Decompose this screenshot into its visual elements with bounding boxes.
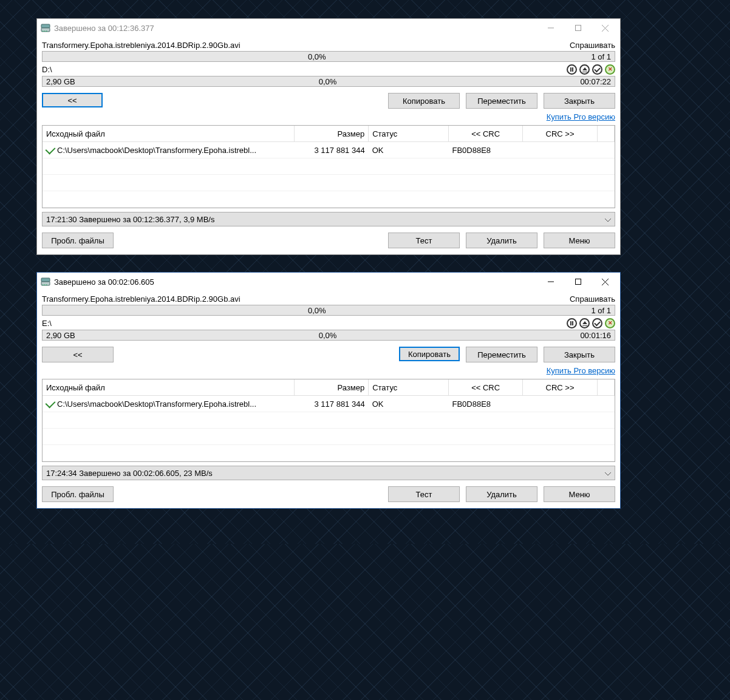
eject-icon[interactable]	[579, 318, 590, 328]
destination-label: D:\	[42, 65, 567, 74]
menu-button[interactable]: Меню	[544, 233, 615, 248]
col-crc-in[interactable]: << CRC	[448, 126, 522, 142]
file-progress: 0,0% 1 of 1	[42, 305, 615, 316]
col-crc-out[interactable]: CRC >>	[523, 379, 597, 396]
test-button[interactable]: Тест	[388, 486, 460, 502]
file-percent: 0,0%	[43, 306, 591, 315]
chevron-down-icon	[605, 215, 611, 224]
eject-icon[interactable]	[579, 64, 590, 75]
svg-rect-0	[41, 24, 50, 28]
svg-rect-6	[41, 278, 50, 282]
ask-label[interactable]: Спрашивать	[570, 294, 615, 304]
problem-files-button[interactable]: Пробл. файлы	[42, 486, 114, 502]
app-icon	[41, 23, 50, 33]
buy-pro-link[interactable]: Купить Pro версию	[42, 112, 615, 121]
row-crc-out	[523, 396, 597, 412]
dest-progress: 2,90 GB 0,0% 00:01:16	[42, 330, 615, 341]
file-grid[interactable]: Исходный файл Размер Статус << CRC CRC >…	[42, 125, 615, 208]
window-title: Завершено за 00:12:36.377	[54, 24, 537, 33]
size-label: 2,90 GB	[43, 77, 75, 86]
status-dropdown[interactable]: 17:24:34 Завершено за 00:02:06.605, 23 M…	[42, 466, 615, 480]
col-status[interactable]: Статус	[369, 379, 449, 396]
col-status[interactable]: Статус	[369, 126, 449, 142]
app-icon	[41, 277, 50, 287]
file-grid[interactable]: Исходный файл Размер Статус << CRC CRC >…	[42, 379, 615, 462]
col-size[interactable]: Размер	[294, 126, 368, 142]
cancel-icon[interactable]	[605, 64, 615, 75]
menu-button[interactable]: Меню	[544, 486, 615, 502]
file-percent: 0,0%	[43, 52, 591, 61]
buy-pro-link[interactable]: Купить Pro версию	[42, 366, 615, 375]
app-window: Завершено за 00:12:36.377 Transformery.E…	[36, 18, 621, 255]
back-button[interactable]: <<	[42, 93, 103, 107]
file-counter: 1 of 1	[591, 52, 615, 61]
maximize-button[interactable]	[564, 273, 592, 290]
copy-button[interactable]: Копировать	[399, 347, 460, 361]
row-size: 3 117 881 344	[294, 142, 368, 158]
table-row[interactable]: C:\Users\macbook\Desktop\Transformery.Ep…	[43, 142, 615, 158]
problem-files-button[interactable]: Пробл. файлы	[42, 233, 114, 248]
check-icon	[46, 144, 56, 154]
app-window: Завершено за 00:02:06.605 Transformery.E…	[36, 272, 621, 509]
row-path: C:\Users\macbook\Desktop\Transformery.Ep…	[57, 146, 256, 155]
window-title: Завершено за 00:02:06.605	[54, 277, 537, 287]
minimize-button[interactable]	[537, 19, 564, 36]
maximize-button[interactable]	[564, 19, 592, 36]
close-button[interactable]: Закрыть	[544, 93, 615, 109]
close-window-button[interactable]	[592, 273, 619, 290]
check-icon	[46, 398, 56, 408]
ask-label[interactable]: Спрашивать	[570, 41, 615, 50]
row-crc-in: FB0D88E8	[448, 396, 522, 412]
col-source[interactable]: Исходный файл	[43, 379, 294, 396]
titlebar[interactable]: Завершено за 00:12:36.377	[37, 19, 620, 37]
status-line: 17:21:30 Завершено за 00:12:36.377, 3,9 …	[46, 215, 214, 224]
destination-label: E:\	[42, 319, 567, 328]
chevron-down-icon	[605, 469, 611, 478]
status-line: 17:24:34 Завершено за 00:02:06.605, 23 M…	[46, 469, 213, 478]
source-file-label: Transformery.Epoha.istrebleniya.2014.BDR…	[42, 294, 570, 304]
row-crc-out	[523, 142, 597, 158]
test-button[interactable]: Тест	[388, 233, 460, 248]
close-window-button[interactable]	[592, 19, 619, 36]
move-button[interactable]: Переместить	[466, 347, 537, 362]
verify-icon[interactable]	[592, 64, 602, 75]
status-dropdown[interactable]: 17:21:30 Завершено за 00:12:36.377, 3,9 …	[42, 212, 615, 226]
row-status: OK	[369, 142, 449, 158]
move-button[interactable]: Переместить	[466, 93, 537, 109]
col-size[interactable]: Размер	[294, 379, 368, 396]
row-crc-in: FB0D88E8	[448, 142, 522, 158]
pause-icon[interactable]	[567, 318, 577, 328]
dest-percent: 0,0%	[75, 77, 581, 86]
copy-button[interactable]: Копировать	[388, 93, 460, 109]
svg-rect-3	[575, 25, 581, 31]
row-status: OK	[369, 396, 449, 412]
time-label: 00:07:22	[580, 77, 615, 86]
pause-icon[interactable]	[567, 64, 577, 75]
verify-icon[interactable]	[592, 318, 602, 328]
dest-progress: 2,90 GB 0,0% 00:07:22	[42, 76, 615, 87]
delete-button[interactable]: Удалить	[466, 233, 537, 248]
delete-button[interactable]: Удалить	[466, 486, 537, 502]
table-row[interactable]: C:\Users\macbook\Desktop\Transformery.Ep…	[43, 396, 615, 412]
file-progress: 0,0% 1 of 1	[42, 51, 615, 62]
file-counter: 1 of 1	[591, 306, 615, 315]
row-path: C:\Users\macbook\Desktop\Transformery.Ep…	[57, 399, 256, 409]
source-file-label: Transformery.Epoha.istrebleniya.2014.BDR…	[42, 41, 570, 50]
close-button[interactable]: Закрыть	[544, 347, 615, 362]
col-crc-in[interactable]: << CRC	[448, 379, 522, 396]
cancel-icon[interactable]	[605, 318, 615, 328]
col-crc-out[interactable]: CRC >>	[523, 126, 597, 142]
minimize-button[interactable]	[537, 273, 564, 290]
size-label: 2,90 GB	[43, 331, 75, 340]
back-button[interactable]: <<	[42, 347, 114, 362]
col-source[interactable]: Исходный файл	[43, 126, 294, 142]
time-label: 00:01:16	[580, 331, 615, 340]
titlebar[interactable]: Завершено за 00:02:06.605	[37, 273, 620, 291]
row-size: 3 117 881 344	[294, 396, 368, 412]
dest-percent: 0,0%	[75, 331, 581, 340]
svg-rect-9	[575, 279, 581, 285]
